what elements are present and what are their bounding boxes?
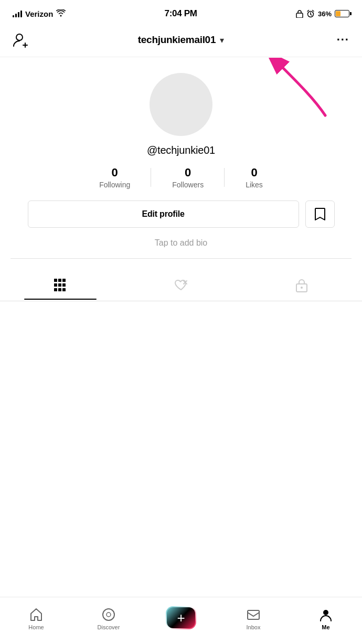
status-bar: Verizon 7:04 PM 36% xyxy=(0,0,362,25)
signal-icon xyxy=(13,10,22,17)
likes-stat[interactable]: 0 Likes xyxy=(225,166,284,189)
divider xyxy=(10,258,352,259)
action-buttons: Edit profile xyxy=(28,200,335,228)
bio-placeholder[interactable]: Tap to add bio xyxy=(155,238,208,248)
tab-liked[interactable] xyxy=(121,270,241,300)
plus-icon: + xyxy=(177,611,185,625)
svg-point-8 xyxy=(103,609,114,620)
svg-point-2 xyxy=(16,34,23,40)
bookmark-button[interactable] xyxy=(305,200,335,228)
discover-label: Discover xyxy=(98,624,120,630)
inbox-icon xyxy=(246,607,261,622)
battery-icon xyxy=(335,10,349,17)
nav-left xyxy=(10,29,37,50)
following-label: Following xyxy=(99,181,130,189)
nav-plus[interactable]: + xyxy=(145,607,217,628)
more-options-button[interactable]: ··· xyxy=(335,31,352,49)
chevron-down-icon: ▾ xyxy=(220,35,224,45)
svg-rect-10 xyxy=(248,610,259,619)
svg-point-9 xyxy=(107,613,111,617)
home-label: Home xyxy=(28,624,44,630)
lock-tab-icon xyxy=(295,278,308,292)
top-nav: techjunkiemail01 ▾ ··· xyxy=(0,25,362,57)
username-selector[interactable]: techjunkiemail01 ▾ xyxy=(138,34,224,46)
tab-private[interactable] xyxy=(241,269,362,301)
grid-icon xyxy=(54,279,67,291)
content-tabs xyxy=(0,269,362,301)
plus-button[interactable]: + xyxy=(167,607,195,628)
followers-label: Followers xyxy=(172,181,204,189)
status-right: 36% xyxy=(296,9,349,18)
nav-right: ··· xyxy=(325,31,352,49)
status-time: 7:04 PM xyxy=(165,8,197,19)
inbox-label: Inbox xyxy=(247,624,261,630)
followers-count: 0 xyxy=(185,166,191,180)
alarm-icon xyxy=(306,9,315,18)
following-stat[interactable]: 0 Following xyxy=(78,166,151,189)
battery-percent: 36% xyxy=(318,10,332,18)
me-label: Me xyxy=(322,624,329,630)
bottom-nav: Home Discover + Inbox Me xyxy=(0,597,362,644)
followers-stat[interactable]: 0 Followers xyxy=(151,166,225,189)
lock-icon xyxy=(296,9,303,18)
nav-home[interactable]: Home xyxy=(0,607,72,630)
user-handle: @techjunkie01 xyxy=(147,144,215,156)
status-left: Verizon xyxy=(13,9,66,18)
nav-inbox[interactable]: Inbox xyxy=(217,607,290,630)
svg-point-11 xyxy=(323,610,328,615)
stats-row: 0 Following 0 Followers 0 Likes xyxy=(10,166,352,189)
edit-profile-button[interactable]: Edit profile xyxy=(28,200,299,228)
username-title: techjunkiemail01 xyxy=(138,34,216,46)
likes-label: Likes xyxy=(246,181,263,189)
carrier-name: Verizon xyxy=(25,9,53,18)
nav-me[interactable]: Me xyxy=(290,607,362,630)
svg-rect-0 xyxy=(296,13,303,18)
tab-videos[interactable] xyxy=(0,270,121,300)
likes-count: 0 xyxy=(251,166,257,180)
discover-icon xyxy=(101,607,116,622)
content-area xyxy=(0,301,362,485)
avatar[interactable] xyxy=(150,73,212,136)
wifi-icon xyxy=(56,9,66,18)
svg-point-7 xyxy=(301,287,303,289)
liked-icon xyxy=(174,278,188,292)
profile-section: @techjunkie01 0 Following 0 Followers 0 … xyxy=(0,57,362,269)
add-user-button[interactable] xyxy=(10,29,31,50)
nav-discover[interactable]: Discover xyxy=(72,607,145,630)
home-icon xyxy=(29,607,44,622)
following-count: 0 xyxy=(112,166,118,180)
me-icon xyxy=(318,607,333,622)
